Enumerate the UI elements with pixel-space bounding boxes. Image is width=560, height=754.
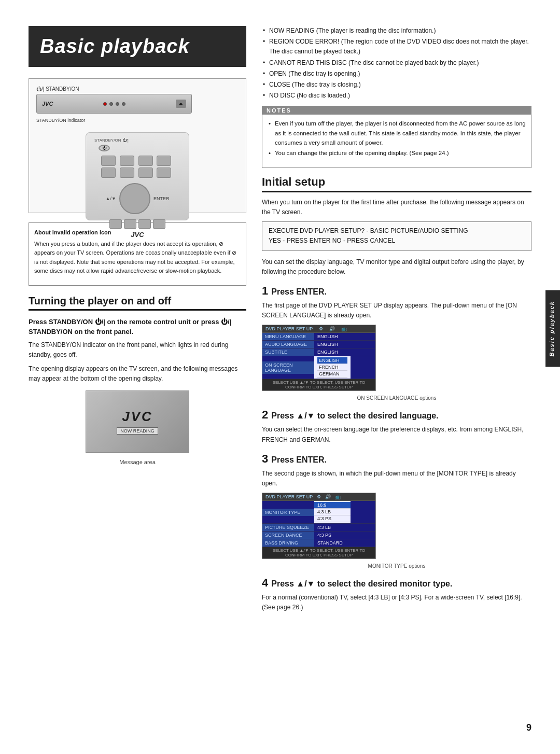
menu-icon-3: 📺 [341,326,347,331]
dot-1 [109,102,113,106]
bullet-5: CLOSE (The disc tray is closing.) [262,80,531,90]
remote-btn-6 [120,167,134,178]
mt-label-3: SCREEN DANCE [262,532,314,539]
mt-label-1: MONITOR TYPE [262,509,314,516]
dropdown-german: GERMAN [317,371,347,378]
procedure-text: You can set the display language, TV mon… [262,257,531,277]
mt-row-4: BASS DRIVING STANDARD [262,539,375,547]
step-2-label: Press ▲/▼ to select the desired language… [271,411,438,421]
language-dropdown: ENGLISH FRENCH GERMAN [314,356,351,379]
remote-small-btn-1 [109,219,122,229]
menu-icon-1: ⚙ [319,326,323,331]
step-2-title: 2 Press ▲/▼ to select the desired langua… [262,408,531,422]
notes-title: NOTES [262,106,531,115]
dot-3 [122,102,125,106]
arrow-label: ▲/▼ [106,196,116,201]
step-3-label: Press ENTER. [271,455,327,465]
bullet-2: REGION CODE ERROR! (The region code of t… [262,37,531,57]
bullet-6: NO DISC (No disc is loaded.) [262,91,531,101]
notes-bullet-list: Even if you turn off the player, the pla… [268,119,526,158]
step-4-title: 4 Press ▲/▼ to select the desired monito… [262,576,531,590]
remote-dpad [119,183,150,214]
step-2-body: You can select the on-screen language fo… [262,425,531,444]
remote-small-btn-2 [124,219,136,229]
invalid-icon-body: When you press a button, and if the play… [34,240,241,276]
mt-value-2: 4:3 LB [314,524,334,531]
step-3-number: 3 [262,452,268,466]
eject-icon: ⏏ [176,100,186,108]
bullet-list: NOW READING (The player is reading the d… [262,26,531,101]
remote-control-image: STANDBY/ON ⏻/| ⏻ [86,132,189,220]
monitor-type-menu: DVD PLAYER SET UP ⚙ 🔊 📺 MONITOR TYPE 16:… [262,493,376,559]
mt-menu-title: DVD PLAYER SET UP [265,494,313,499]
menu-label-1: MENU LANGUAGE [262,333,314,340]
setup-msg-line1: EXECUTE DVD PLAYER SETUP? - BASIC PICTUR… [269,226,525,236]
menu-footer-1: SELECT USE ▲/▼ TO SELECT, USE ENTER TO C… [262,379,375,390]
mt-row-3: SCREEN DANCE 4:3 PS [262,532,375,539]
step-4-body: For a normal (conventional) TV, select [… [262,593,531,612]
jvc-message-logo: JVC [122,409,153,425]
menu-label-2: AUDIO LANGUAGE [262,341,314,348]
menu-value-1: ENGLISH [314,333,341,340]
bullet-4: OPEN (The disc tray is opening.) [262,69,531,79]
bullet-1: NOW READING (The player is reading the d… [262,26,531,36]
jvc-remote-logo: JVC [131,231,144,239]
remote-btn-1 [101,156,116,166]
dot-2 [116,102,119,106]
mt-option-169: 16:9 [314,502,351,509]
mt-label-2: PICTURE SQUEEZE [262,524,314,531]
step-2-number: 2 [262,408,268,422]
mt-option-43ps: 4:3 PS [314,515,351,522]
mt-row-1: MONITOR TYPE 16:9 4:3 LB 4:3 PS [262,501,375,524]
menu-row-4: ON SCREEN LANGUAGE ENGLISH FRENCH GERMAN [262,356,375,379]
jvc-logo-top: JVC [42,101,53,107]
monitor-type-caption: MONITOR TYPE options [262,563,531,569]
remote-btn-7 [138,167,153,178]
menu-value-2: ENGLISH [314,341,341,348]
on-screen-language-caption: ON SCREEN LANGUAGE options [262,395,531,401]
remote-standby-button: ⏻ [99,145,110,151]
indicator-dots [103,102,125,106]
note-2: You can change the picture of the openin… [268,148,526,158]
two-column-layout: Basic playback ⏻/| STANDBY/ON JVC ⏏ [29,26,531,728]
bullet-3: CANNOT READ THIS DISC (The disc cannot b… [262,58,531,68]
dot-red [103,102,107,106]
note-1: Even if you turn off the player, the pla… [268,119,526,147]
dropdown-french: FRENCH [317,364,347,371]
side-tab: Basic playback [545,290,560,367]
notes-content: Even if you turn off the player, the pla… [262,115,531,167]
menu-icon-2: 🔊 [329,326,335,331]
remote-btn-8 [157,167,171,178]
mt-icon-1: ⚙ [317,494,321,499]
page-container: Basic playback ⏻/| STANDBY/ON JVC ⏏ [0,0,560,754]
initial-setup-heading: Initial setup [262,175,531,192]
dropdown-english: ENGLISH [317,357,347,364]
remote-standby-label: STANDBY/ON ⏻/| [94,138,129,143]
monitor-dropdown: 16:9 4:3 LB 4:3 PS [314,501,351,523]
left-column: Basic playback ⏻/| STANDBY/ON JVC ⏏ [29,26,246,728]
mt-value-4: STANDARD [314,539,346,547]
menu-row-3: SUBTITLE ENGLISH [262,348,375,356]
standby-label-top: ⏻/| STANDBY/ON [36,86,79,92]
setup-msg-box: EXECUTE DVD PLAYER SETUP? - BASIC PICTUR… [262,221,531,250]
step-1-number: 1 [262,284,268,298]
step-1-title: 1 Press ENTER. [262,284,531,298]
remote-btn-2 [120,156,134,166]
step-1-body: The first page of the DVD PLAYER SET UP … [262,301,531,320]
mt-icon-3: 📺 [335,494,341,499]
remote-small-btn-4 [153,219,165,229]
on-screen-language-menu: DVD PLAYER SET UP ⚙ 🔊 📺 MENU LANGUAGE EN… [262,325,376,391]
turning-section-heading: Turning the player on and off [29,295,246,311]
remote-buttons-grid [101,156,174,178]
step-1-label: Press ENTER. [271,287,327,297]
menu-value-3: ENGLISH [314,348,341,356]
menu-label-3: SUBTITLE [262,348,314,356]
dvd-device-top: ⏻/| STANDBY/ON JVC ⏏ STANDBY/ON indicato… [36,86,239,123]
enter-label-remote: ENTER [153,196,170,201]
jvc-msg-reading: NOW READING [117,427,158,435]
setup-msg-line2: YES - PRESS ENTER NO - PRESS CANCEL [269,236,525,246]
turning-para-2: The opening display appears on the TV sc… [29,364,246,384]
remote-btn-3 [138,156,153,166]
title-box: Basic playback [29,26,246,67]
remote-row-btns [109,219,165,229]
